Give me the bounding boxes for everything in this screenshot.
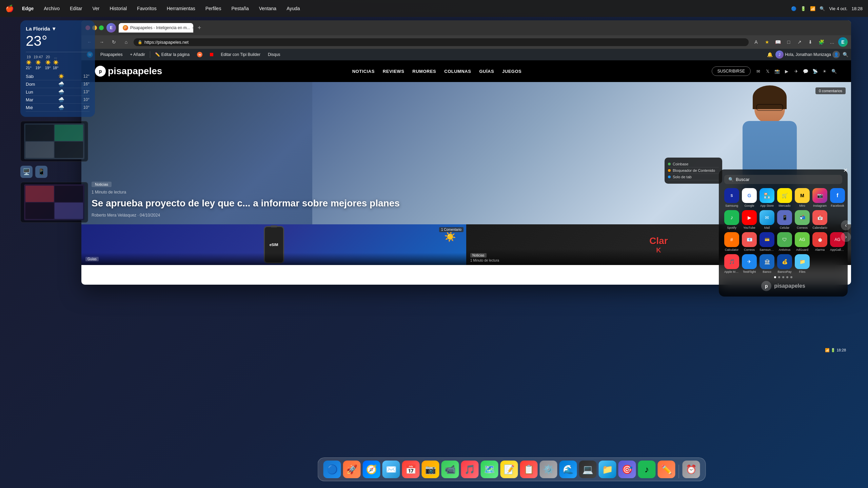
panel-close-button[interactable]: ✕ xyxy=(843,167,848,174)
dock-music[interactable]: 🎵 xyxy=(461,461,479,478)
app-correos[interactable]: 📬 Correos xyxy=(795,210,810,229)
address-bar[interactable]: 🔒 https://pisapapeles.net xyxy=(134,38,749,46)
telegram-icon[interactable]: ✈ xyxy=(793,68,800,75)
app-appstore[interactable]: 🏪 App Store xyxy=(760,188,774,207)
sidebar-toggle-button[interactable]: □ xyxy=(784,37,793,47)
nav-home-button[interactable]: ⌂ xyxy=(121,37,131,47)
esim-comments[interactable]: 1 Comentario xyxy=(439,227,463,232)
menu-historial[interactable]: Historial xyxy=(108,4,129,13)
dock-edge[interactable]: 🌊 xyxy=(559,461,577,478)
email-social-icon[interactable]: ✉ xyxy=(755,68,762,75)
menu-perfiles[interactable]: Perfiles xyxy=(203,4,223,13)
download-button[interactable]: ⬇ xyxy=(806,37,815,47)
dock-mail[interactable]: ✉️ xyxy=(382,461,400,478)
menu-ventana[interactable]: Ventana xyxy=(257,4,278,13)
window-maximize-button[interactable] xyxy=(99,25,104,30)
favorites-button[interactable]: ★ xyxy=(762,37,772,47)
app-miro[interactable]: M Miro xyxy=(795,188,810,207)
more-options-button[interactable]: … xyxy=(827,37,837,47)
dock-photos[interactable]: 📷 xyxy=(422,461,439,478)
nav-rumores[interactable]: RUMORES xyxy=(412,69,436,74)
article-card-esim[interactable]: eSIM ☀️ Guías 1 Comentario xyxy=(81,224,466,265)
dock-app5[interactable]: 🎯 xyxy=(618,461,636,478)
twitter-icon[interactable]: 𝕏 xyxy=(764,68,771,75)
app-files-2[interactable]: 📁 Files xyxy=(795,254,810,273)
app-antivirus[interactable]: 🛡 Antivirus xyxy=(777,232,792,251)
extension-button[interactable]: 🧩 xyxy=(816,37,826,47)
nav-columnas[interactable]: COLUMNAS xyxy=(444,69,471,74)
dock-files[interactable]: 📁 xyxy=(599,461,616,478)
tab-close-button[interactable]: × xyxy=(192,25,193,30)
wp-notifications-button[interactable]: 🔔 xyxy=(767,52,773,57)
nav-noticias[interactable]: NOTICIAS xyxy=(352,69,375,74)
dock-calendar[interactable]: 📅 xyxy=(402,461,420,478)
dock-draw[interactable]: ✏️ xyxy=(658,461,675,478)
wp-site-name[interactable]: Pisapapeles xyxy=(98,51,125,58)
nav-next-button[interactable]: › xyxy=(841,232,851,242)
app-name-label[interactable]: Edge xyxy=(20,4,36,13)
dot-2[interactable] xyxy=(778,276,780,278)
instagram-icon[interactable]: 📸 xyxy=(774,68,781,75)
dot-3[interactable] xyxy=(782,276,784,278)
apple-menu-icon[interactable]: 🍎 xyxy=(5,4,14,13)
app-instagram[interactable]: 📷 Instagram xyxy=(812,188,827,207)
search-site-icon[interactable]: 🔍 xyxy=(831,68,837,75)
whatsapp-icon[interactable]: 💬 xyxy=(802,68,809,75)
app-testflight[interactable]: ✈ TestFlight xyxy=(742,254,757,273)
app-samsung[interactable]: S Samsung xyxy=(724,188,739,207)
wp-search-button[interactable]: 🔍 xyxy=(843,52,848,57)
sidebar-dock-icon-1[interactable]: 🖥️ xyxy=(20,166,33,178)
menu-search-icon[interactable]: 🔍 xyxy=(820,6,825,11)
dock-settings[interactable]: ⚙️ xyxy=(540,461,557,478)
desktop-thumbnail-2[interactable] xyxy=(20,182,88,223)
nav-guias[interactable]: GUÍAS xyxy=(479,69,494,74)
wp-edit-page-button[interactable]: ✏️ Editar la página xyxy=(152,51,192,58)
desktop-thumbnail-1[interactable] xyxy=(20,121,88,162)
dock-clock[interactable]: ⏰ xyxy=(683,461,700,478)
nav-forward-button[interactable]: → xyxy=(97,37,106,47)
app-samsung-pay[interactable]: 💳 Samsung Pos xyxy=(760,232,774,251)
edge-copilot-button[interactable]: E xyxy=(838,37,848,47)
app-adguard[interactable]: AG AdGuard xyxy=(795,232,810,251)
app-google[interactable]: G Google xyxy=(742,188,757,207)
app-phone[interactable]: 📱 Celular xyxy=(777,210,792,229)
app-alarma[interactable]: ⏰ Alarma xyxy=(812,232,827,251)
hero-comments-badge[interactable]: 0 comentarios xyxy=(815,87,846,94)
app-mercadolibre[interactable]: 🛒 Mercado xyxy=(777,188,792,207)
dock-maps[interactable]: 🗺️ xyxy=(481,461,498,478)
wp-tipi-builder-button[interactable]: Editar con Tipi Builder xyxy=(218,51,263,58)
nav-refresh-button[interactable]: ↻ xyxy=(109,37,119,47)
dot-5[interactable] xyxy=(790,276,792,278)
sidebar-dock-icon-2[interactable]: 📱 xyxy=(35,166,47,178)
dock-terminal[interactable]: 💻 xyxy=(579,461,597,478)
more-social-icon[interactable]: ☀ xyxy=(821,68,828,75)
dock-reminders[interactable]: 📋 xyxy=(520,461,538,478)
app-correos2[interactable]: 📧 Correos xyxy=(742,232,757,251)
dock-spotify[interactable]: ♪ xyxy=(638,461,656,478)
immersive-reader-button[interactable]: 📖 xyxy=(773,37,783,47)
menu-herramientas[interactable]: Herramientas xyxy=(165,4,197,13)
nav-juegos[interactable]: JUEGOS xyxy=(502,69,521,74)
app-banco[interactable]: 🏦 Banco xyxy=(760,254,774,273)
browser-tab-active[interactable]: P Pisapapeles - Inteligencia en m... × xyxy=(119,23,193,33)
app-facebook[interactable]: f Facebook xyxy=(830,188,845,207)
dock-launchpad[interactable]: 🚀 xyxy=(343,461,361,478)
wp-record-button[interactable] xyxy=(207,52,216,58)
app-calendar[interactable]: 📅 Calendario xyxy=(812,210,827,229)
app-banco-pay[interactable]: 💰 BancoPay xyxy=(777,254,792,273)
read-mode-button[interactable]: A xyxy=(751,37,761,47)
youtube-icon[interactable]: ▶ xyxy=(783,68,790,75)
app-spotify[interactable]: ♪ Spotify xyxy=(724,210,739,229)
dock-finder[interactable]: 🔵 xyxy=(323,461,341,478)
nav-prev-button[interactable]: ‹ xyxy=(841,220,851,230)
menu-pestana[interactable]: Pestaña xyxy=(229,4,251,13)
dot-4[interactable] xyxy=(786,276,788,278)
menu-ver[interactable]: Ver xyxy=(91,4,102,13)
share-button[interactable]: ↗ xyxy=(795,37,804,47)
wp-add-button[interactable]: + Añadir xyxy=(127,51,147,58)
menu-favoritos[interactable]: Favoritos xyxy=(135,4,159,13)
rss-icon[interactable]: 📡 xyxy=(812,68,818,75)
app-apple-music[interactable]: 🎵 Apple Music xyxy=(724,254,739,273)
dock-notes[interactable]: 📝 xyxy=(500,461,518,478)
subscribe-button[interactable]: SUSCRIBIRSE xyxy=(712,66,751,76)
